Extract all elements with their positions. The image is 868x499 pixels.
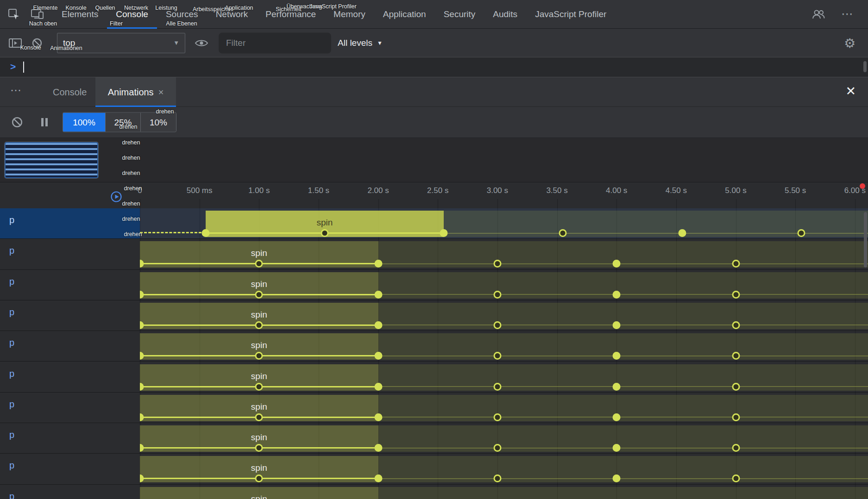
settings-gear-icon[interactable]: ⚙ xyxy=(844,35,855,50)
animation-row[interactable]: spinp xyxy=(0,208,868,239)
row-header[interactable]: p xyxy=(0,300,140,331)
drawer-more-icon[interactable]: ⋯ xyxy=(10,84,22,97)
keyframe-marker[interactable] xyxy=(613,260,621,268)
tab-network[interactable]: Network xyxy=(207,0,257,29)
playback-rate-25-button[interactable]: 25% xyxy=(106,113,141,132)
tab-application[interactable]: Application xyxy=(374,0,435,29)
console-sidebar-icon[interactable] xyxy=(8,37,22,49)
keyframe-marker[interactable] xyxy=(613,474,621,482)
execution-context-select[interactable]: top ▼ xyxy=(57,33,185,53)
tab-security[interactable]: Security xyxy=(435,0,484,29)
keyframe-marker[interactable] xyxy=(255,260,263,268)
drawer-tab-console[interactable]: Console xyxy=(44,77,95,107)
console-prompt-row[interactable]: > xyxy=(0,57,868,77)
animation-row[interactable]: spinp xyxy=(0,331,868,362)
keyframe-marker[interactable] xyxy=(732,413,740,421)
eye-icon[interactable] xyxy=(195,38,208,48)
keyframe-marker[interactable] xyxy=(493,352,501,360)
keyframe-marker[interactable] xyxy=(493,474,501,482)
keyframe-marker[interactable] xyxy=(493,321,501,329)
tab-performance[interactable]: Performance xyxy=(257,0,325,29)
scrubber-marker[interactable] xyxy=(860,183,865,189)
keyframe-marker[interactable] xyxy=(374,474,382,482)
keyframe-marker[interactable] xyxy=(255,413,263,421)
keyframe-marker[interactable] xyxy=(374,352,382,360)
tab-sources[interactable]: Sources xyxy=(157,0,207,29)
keyframe-marker[interactable] xyxy=(255,383,263,391)
row-header[interactable]: p xyxy=(0,270,140,300)
animation-row[interactable]: spinp xyxy=(0,362,868,393)
scrollbar-thumb[interactable] xyxy=(863,61,867,72)
keyframe-marker[interactable] xyxy=(613,413,621,421)
keyframe-marker[interactable] xyxy=(732,383,740,391)
keyframe-marker[interactable] xyxy=(374,291,382,299)
keyframe-marker[interactable] xyxy=(732,291,740,299)
keyframe-marker[interactable] xyxy=(493,413,501,421)
keyframe-marker[interactable] xyxy=(732,321,740,329)
keyframe-marker[interactable] xyxy=(732,444,740,452)
keyframe-marker[interactable] xyxy=(374,321,382,329)
keyframe-marker[interactable] xyxy=(255,444,263,452)
row-header[interactable]: p xyxy=(0,362,140,392)
more-options-icon[interactable]: ⋯ xyxy=(841,7,854,21)
profile-icon[interactable] xyxy=(811,9,825,20)
animation-row[interactable]: spinp xyxy=(0,423,868,454)
keyframe-marker[interactable] xyxy=(493,383,501,391)
clear-animations-icon[interactable] xyxy=(11,116,23,128)
tab-close-icon[interactable]: × xyxy=(158,87,164,98)
tab-memory[interactable]: Memory xyxy=(325,0,374,29)
row-header[interactable]: p xyxy=(0,454,140,484)
keyframe-marker[interactable] xyxy=(613,444,621,452)
animation-row[interactable]: spinp xyxy=(0,393,868,423)
animation-row[interactable]: spinp xyxy=(0,300,868,331)
tab-javascript-profiler[interactable]: JavaScript Profiler xyxy=(526,0,615,29)
keyframe-marker[interactable] xyxy=(374,260,382,268)
drawer-tab-animations[interactable]: Animations × xyxy=(95,77,176,107)
keyframe-marker[interactable] xyxy=(613,352,621,360)
scrollbar-thumb[interactable] xyxy=(864,212,867,268)
keyframe-marker[interactable] xyxy=(798,229,805,237)
animation-row[interactable]: spinp xyxy=(0,485,868,499)
row-header[interactable]: p xyxy=(0,331,140,361)
animation-preview-thumbnail[interactable] xyxy=(5,142,98,178)
keyframe-marker[interactable] xyxy=(559,229,567,237)
keyframe-marker[interactable] xyxy=(321,229,328,237)
keyframe-marker[interactable] xyxy=(440,229,448,237)
keyframe-marker[interactable] xyxy=(493,260,501,268)
tab-audits[interactable]: Audits xyxy=(484,0,526,29)
tab-console[interactable]: Console xyxy=(107,0,157,29)
log-levels-select[interactable]: All levels ▼ xyxy=(338,38,383,48)
keyframe-marker[interactable] xyxy=(678,229,686,237)
keyframe-marker[interactable] xyxy=(374,413,382,421)
keyframe-marker[interactable] xyxy=(374,383,382,391)
keyframe-marker[interactable] xyxy=(255,474,263,482)
device-toolbar-icon[interactable] xyxy=(31,8,44,20)
clear-console-icon[interactable] xyxy=(31,37,43,49)
keyframe-marker[interactable] xyxy=(732,260,740,268)
keyframe-marker[interactable] xyxy=(255,291,263,299)
keyframe-marker[interactable] xyxy=(255,352,263,360)
keyframe-marker[interactable] xyxy=(613,291,621,299)
keyframe-marker[interactable] xyxy=(201,229,209,237)
replay-icon[interactable] xyxy=(110,191,122,205)
tab-elements[interactable]: Elements xyxy=(53,0,107,29)
playback-rate-10-button[interactable]: 10% xyxy=(141,113,176,132)
keyframe-marker[interactable] xyxy=(374,444,382,452)
keyframe-marker[interactable] xyxy=(613,383,621,391)
pause-icon[interactable] xyxy=(40,117,49,128)
animation-row[interactable]: spinp xyxy=(0,239,868,269)
row-header[interactable]: p xyxy=(0,393,140,423)
keyframe-marker[interactable] xyxy=(732,474,740,482)
animation-row[interactable]: spinp xyxy=(0,270,868,300)
drawer-close-icon[interactable]: ✕ xyxy=(845,84,856,99)
keyframe-marker[interactable] xyxy=(732,352,740,360)
keyframe-marker[interactable] xyxy=(493,291,501,299)
row-header[interactable]: p xyxy=(0,239,140,269)
row-header[interactable]: p xyxy=(0,423,140,453)
keyframe-marker[interactable] xyxy=(613,321,621,329)
row-header[interactable]: p xyxy=(0,208,140,238)
inspect-icon[interactable] xyxy=(7,8,20,21)
filter-input[interactable] xyxy=(219,32,331,53)
row-header[interactable]: p xyxy=(0,485,140,499)
animation-row[interactable]: spinp xyxy=(0,454,868,484)
